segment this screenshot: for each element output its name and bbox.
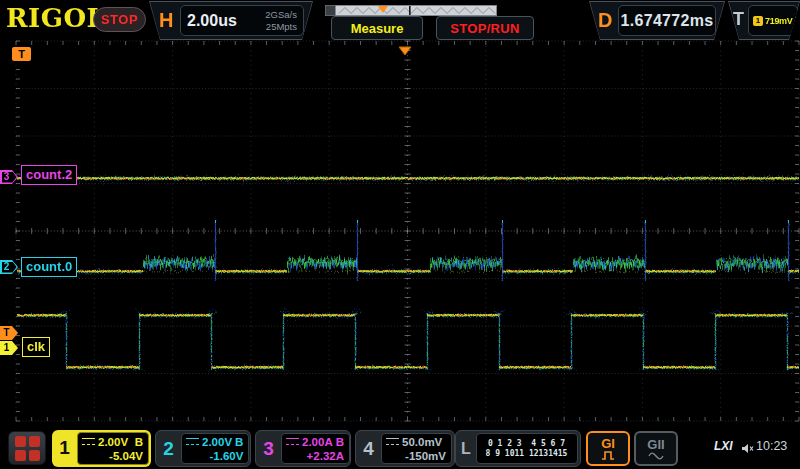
trigger-label: T — [733, 9, 744, 30]
pulse-wave-icon — [601, 451, 615, 460]
trigger-source-badge: 1 — [753, 16, 763, 26]
sample-rate: 2GSa/s — [265, 9, 297, 20]
channel4-number: 4 — [356, 431, 381, 466]
channel3-position-marker[interactable]: 3 — [0, 170, 18, 184]
horizontal-panel[interactable]: H 2.00us 2GSa/s 25Mpts — [149, 1, 313, 40]
trigger-level-value: 719mV — [765, 16, 793, 26]
logic-label: L — [456, 431, 476, 466]
top-bar: RIGOL STOP H 2.00us 2GSa/s 25Mpts Measur… — [0, 0, 800, 44]
generator1-label: GI — [601, 437, 615, 450]
logic-channels-row2: 8 9 1011 12131415 — [481, 449, 572, 459]
generator1-button[interactable]: GI — [586, 431, 630, 466]
trigger-flag: N — [795, 15, 800, 27]
sine-wave-icon — [648, 452, 664, 460]
waveform-display[interactable] — [0, 0, 800, 469]
clock-display: 10:23 — [756, 439, 787, 453]
rigol-logo: RIGOL — [6, 3, 105, 33]
channel3-widget[interactable]: 3 2.00A B +2.32A — [255, 430, 351, 467]
channel4-scale: 50.0mV — [402, 435, 442, 449]
dc-coupling-icon — [186, 438, 199, 445]
channel3-number: 3 — [256, 431, 281, 466]
channel1-marker-label: 1 — [0, 341, 13, 355]
channel2-number: 2 — [156, 431, 181, 466]
dc-coupling-icon — [386, 438, 399, 445]
logic-channels-row1: 0 1 2 3 4 5 6 7 — [481, 439, 572, 449]
channel3-offset: +2.32A — [307, 449, 344, 463]
speaker-muted-icon — [741, 440, 754, 458]
channel2-position-marker[interactable]: 2 — [0, 260, 18, 274]
trigger-box: 1 719mV N — [748, 5, 798, 36]
delay-panel[interactable]: D 1.674772ms — [589, 1, 725, 40]
wave-label-count0[interactable]: count.0 — [21, 257, 77, 277]
bottom-bar: 1 2.00V B -5.04V 2 2.00V B -1.60V 3 2. — [0, 425, 800, 469]
delay-label: D — [598, 9, 612, 32]
wave-label-count2[interactable]: count.2 — [21, 165, 77, 185]
trigger-level-indicator[interactable]: T — [12, 47, 31, 61]
trigger-level-marker[interactable]: T — [0, 326, 18, 340]
channel2-bandwidth: B — [235, 435, 243, 449]
logic-analyzer-widget[interactable]: L 0 1 2 3 4 5 6 7 8 9 1011 12131415 — [455, 430, 581, 467]
trigger-position-marker[interactable] — [398, 42, 412, 60]
timebase-box: 2.00us 2GSa/s 25Mpts — [180, 5, 304, 36]
menu-grid-icon — [29, 450, 40, 461]
menu-grid-icon — [29, 436, 40, 447]
channel4-widget[interactable]: 4 50.0mV -150mV — [355, 430, 455, 467]
trigger-position-triangle-icon — [398, 46, 412, 56]
channel2-scale: 2.00V — [202, 435, 232, 449]
acquisition-status-badge: STOP — [93, 7, 146, 32]
stop-run-button[interactable]: STOP/RUN — [436, 16, 534, 40]
measure-button[interactable]: Measure — [331, 16, 423, 40]
channel2-marker-label: 2 — [0, 260, 13, 274]
channel4-offset: -150mV — [405, 449, 446, 463]
channel2-widget[interactable]: 2 2.00V B -1.60V — [155, 430, 251, 467]
delay-box: 1.674772ms — [618, 5, 716, 36]
generator2-label: GII — [647, 438, 664, 451]
generator2-button[interactable]: GII — [634, 431, 678, 466]
channel1-scale: 2.00V — [98, 435, 128, 449]
dc-coupling-icon — [286, 438, 299, 445]
channel3-marker-label: 3 — [0, 170, 13, 184]
menu-grid-icon — [15, 436, 26, 447]
channel1-offset: -5.04V — [109, 449, 143, 463]
channel1-widget[interactable]: 1 2.00V B -5.04V — [52, 430, 151, 467]
lxi-indicator: LXI — [714, 439, 733, 453]
trigger-marker-label: T — [0, 326, 13, 340]
channel1-position-marker[interactable]: 1 — [0, 341, 18, 355]
trigger-panel[interactable]: T 1 719mV N — [728, 1, 800, 40]
channel2-offset: -1.60V — [209, 449, 243, 463]
menu-grid-icon — [15, 450, 26, 461]
channel1-number: 1 — [52, 430, 77, 467]
channel1-bandwidth: B — [135, 435, 143, 449]
delay-value: 1.674772ms — [621, 12, 714, 30]
channel3-scale: 2.00A — [302, 435, 333, 449]
acquisition-rates: 2GSa/s 25Mpts — [265, 9, 297, 32]
oscilloscope-screen: T 3 2 T 1 count.2 count.0 clk RIGOL STOP… — [0, 0, 800, 469]
main-menu-button[interactable] — [8, 431, 46, 465]
channel3-bandwidth: B — [336, 435, 344, 449]
memory-depth: 25Mpts — [266, 21, 297, 32]
timebase-scale: 2.00us — [187, 12, 237, 30]
wave-label-clk[interactable]: clk — [22, 337, 50, 357]
dc-coupling-icon — [82, 438, 95, 445]
horizontal-label: H — [159, 9, 173, 32]
